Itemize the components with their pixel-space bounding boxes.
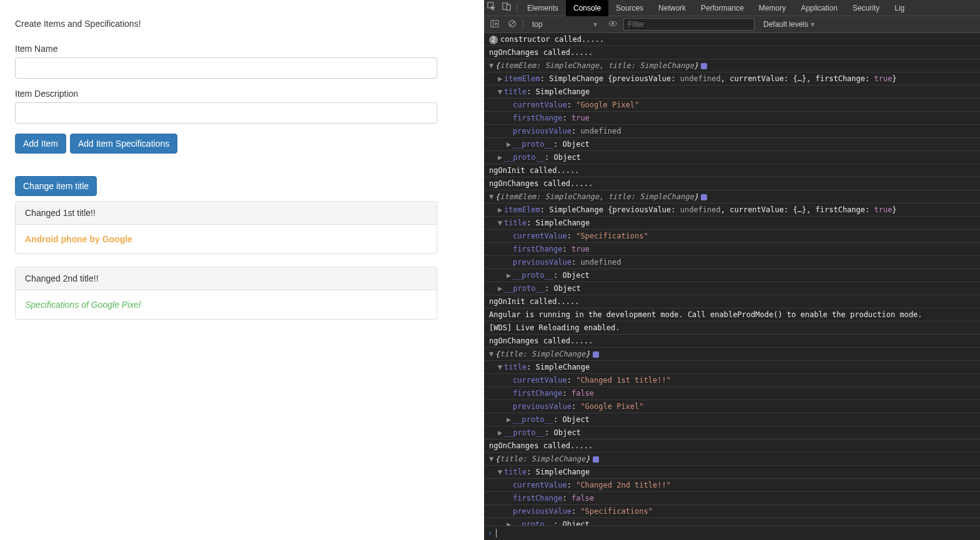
expand-arrow-icon[interactable]: ▼ xyxy=(489,349,495,359)
expand-arrow-icon[interactable]: ▶ xyxy=(498,152,504,162)
log-line[interactable]: ▼{itemElem: SimpleChange, title: SimpleC… xyxy=(484,190,980,204)
tab-security[interactable]: Security xyxy=(845,0,887,16)
expand-arrow-icon[interactable]: ▼ xyxy=(489,454,495,464)
expand-arrow-icon[interactable] xyxy=(507,506,513,516)
expand-arrow-icon[interactable]: ▶ xyxy=(507,415,513,425)
log-line[interactable]: ▼title: SimpleChange xyxy=(484,466,980,479)
log-line[interactable]: ngOnInit called..... xyxy=(484,295,980,308)
expand-arrow-icon[interactable]: ▶ xyxy=(507,270,513,280)
log-line[interactable]: ngOnChanges called..... xyxy=(484,335,980,348)
log-line[interactable]: ▶itemElem: SimpleChange {previousValue: … xyxy=(484,204,980,217)
expand-arrow-icon[interactable]: ▼ xyxy=(498,362,504,372)
tab-memory[interactable]: Memory xyxy=(751,0,793,16)
add-item-spec-button[interactable]: Add Item Specifications xyxy=(70,134,177,154)
panels-container: Changed 1st title!!Android phone by Goog… xyxy=(15,201,469,320)
change-item-title-button[interactable]: Change item title xyxy=(15,176,97,196)
log-line[interactable]: ▶__proto__: Object xyxy=(484,151,980,164)
log-line[interactable]: 2constructor called..... xyxy=(484,33,980,46)
log-line[interactable]: firstChange: false xyxy=(484,387,980,400)
log-line[interactable]: previousValue: "Specifications" xyxy=(484,505,980,518)
item-desc-input[interactable] xyxy=(15,102,437,124)
log-line[interactable]: ▼{title: SimpleChange} xyxy=(484,453,980,466)
expand-arrow-icon[interactable]: ▼ xyxy=(498,87,504,97)
tab-console[interactable]: Console xyxy=(566,0,608,16)
log-line[interactable]: ▼{title: SimpleChange} xyxy=(484,348,980,361)
log-line[interactable]: ▼title: SimpleChange xyxy=(484,217,980,230)
log-line[interactable]: firstChange: true xyxy=(484,112,980,125)
log-line[interactable]: currentValue: "Changed 1st title!!" xyxy=(484,374,980,387)
log-line[interactable]: currentValue: "Specifications" xyxy=(484,230,980,243)
log-line[interactable]: ▶__proto__: Object xyxy=(484,426,980,439)
log-line[interactable]: ngOnChanges called..... xyxy=(484,439,980,453)
context-selector[interactable]: top ▾ xyxy=(527,20,602,29)
expand-arrow-icon[interactable] xyxy=(507,401,513,411)
expand-arrow-icon[interactable] xyxy=(507,388,513,398)
inspect-icon[interactable] xyxy=(484,0,499,16)
tab-sources[interactable]: Sources xyxy=(608,0,651,16)
log-line[interactable]: Angular is running in the development mo… xyxy=(484,308,980,322)
expand-arrow-icon[interactable]: ▶ xyxy=(507,139,513,149)
expand-arrow-icon[interactable]: ▼ xyxy=(498,218,504,228)
log-line[interactable]: previousValue: undefined xyxy=(484,256,980,269)
expand-arrow-icon[interactable]: ▶ xyxy=(498,428,504,438)
expand-arrow-icon[interactable] xyxy=(507,231,513,241)
log-line[interactable]: ▶__proto__: Object xyxy=(484,269,980,282)
expand-arrow-icon[interactable] xyxy=(507,493,513,503)
expand-arrow-icon[interactable] xyxy=(507,375,513,385)
tab-elements[interactable]: Elements xyxy=(520,0,566,16)
svg-rect-2 xyxy=(507,4,510,10)
expand-arrow-icon[interactable] xyxy=(507,100,513,110)
filter-input[interactable] xyxy=(623,18,755,31)
item-desc-label: Item Description xyxy=(15,89,469,99)
add-item-button[interactable]: Add Item xyxy=(15,134,66,154)
log-line[interactable]: [WDS] Live Reloading enabled. xyxy=(484,322,980,335)
expand-arrow-icon[interactable] xyxy=(507,257,513,267)
panel: Changed 1st title!!Android phone by Goog… xyxy=(15,201,437,254)
expand-arrow-icon[interactable]: ▶ xyxy=(507,519,513,526)
expand-arrow-icon[interactable]: ▼ xyxy=(489,192,495,202)
expand-arrow-icon[interactable]: ▼ xyxy=(489,61,495,71)
log-line[interactable]: ▶itemElem: SimpleChange {previousValue: … xyxy=(484,72,980,86)
log-line[interactable]: previousValue: "Google Pixel" xyxy=(484,400,980,413)
expand-arrow-icon[interactable] xyxy=(507,244,513,254)
tab-application[interactable]: Application xyxy=(793,0,845,16)
log-line[interactable]: ngOnChanges called..... xyxy=(484,177,980,190)
panel: Changed 2nd title!!Specifications of Goo… xyxy=(15,267,437,320)
log-line[interactable]: ▶__proto__: Object xyxy=(484,138,980,151)
log-line[interactable]: currentValue: "Changed 2nd title!!" xyxy=(484,479,980,492)
tab-network[interactable]: Network xyxy=(651,0,693,16)
svg-marker-5 xyxy=(495,22,498,25)
log-line[interactable]: ngOnInit called..... xyxy=(484,164,980,177)
log-line[interactable]: ngOnChanges called..... xyxy=(484,46,980,59)
tab-lig[interactable]: Lig xyxy=(887,0,912,16)
devtools-tabs: ElementsConsoleSourcesNetworkPerformance… xyxy=(484,0,980,16)
expand-arrow-icon[interactable] xyxy=(507,113,513,123)
log-line[interactable]: currentValue: "Google Pixel" xyxy=(484,99,980,112)
log-line[interactable]: firstChange: false xyxy=(484,492,980,505)
sidebar-toggle-icon[interactable] xyxy=(488,19,502,30)
object-icon xyxy=(701,194,707,200)
console-input-line[interactable]: › xyxy=(484,526,980,540)
expand-arrow-icon[interactable]: ▶ xyxy=(498,283,504,293)
log-line[interactable]: firstChange: true xyxy=(484,243,980,256)
levels-selector[interactable]: Default levels ▾ xyxy=(758,20,819,29)
log-line[interactable]: ▶__proto__: Object xyxy=(484,413,980,426)
expand-arrow-icon[interactable] xyxy=(507,126,513,136)
log-line[interactable]: ▶__proto__: Object xyxy=(484,282,980,295)
log-line[interactable]: ▼{itemElem: SimpleChange, title: SimpleC… xyxy=(484,59,980,72)
item-name-input[interactable] xyxy=(15,57,437,79)
console-log-area[interactable]: 2constructor called.....ngOnChanges call… xyxy=(484,33,980,526)
device-toolbar-icon[interactable] xyxy=(499,0,514,16)
clear-console-icon[interactable] xyxy=(505,19,519,30)
tab-performance[interactable]: Performance xyxy=(693,0,751,16)
expand-arrow-icon[interactable]: ▼ xyxy=(498,467,504,477)
expand-arrow-icon[interactable]: ▶ xyxy=(498,205,504,215)
log-line[interactable]: ▶__proto__: Object xyxy=(484,518,980,526)
log-line[interactable]: previousValue: undefined xyxy=(484,125,980,138)
log-line[interactable]: ▼title: SimpleChange xyxy=(484,361,980,374)
log-line[interactable]: ▼title: SimpleChange xyxy=(484,86,980,99)
expand-arrow-icon[interactable] xyxy=(507,480,513,490)
expand-arrow-icon[interactable]: ▶ xyxy=(498,74,504,84)
eye-icon[interactable] xyxy=(606,19,620,30)
panel-body: Android phone by Google xyxy=(16,225,437,253)
